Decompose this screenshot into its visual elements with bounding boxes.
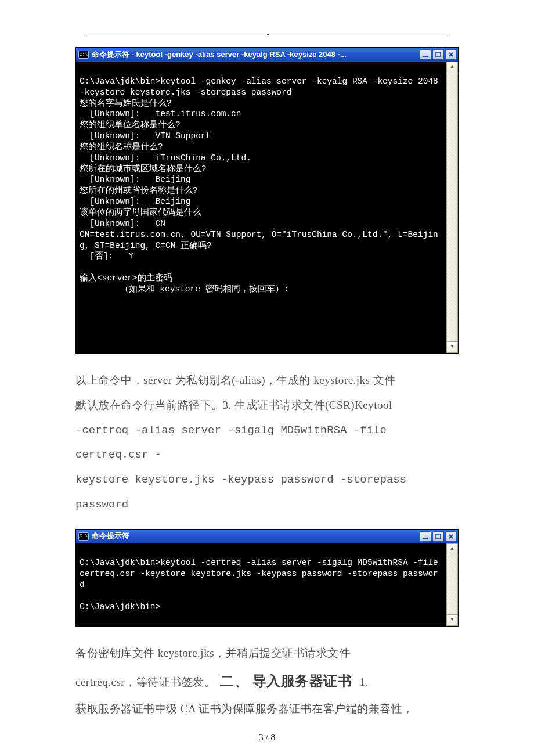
terminal-output-2: C:\Java\jdk\bin>keytool -certreq -alias … <box>76 543 446 626</box>
scrollbar[interactable]: ▲ ▼ <box>446 62 458 353</box>
svg-rect-0 <box>423 56 428 57</box>
scroll-down-icon[interactable]: ▼ <box>446 341 458 353</box>
scroll-up-icon[interactable]: ▲ <box>446 543 458 555</box>
scroll-track[interactable] <box>446 73 458 341</box>
p2-line2: certreq.csr，等待证书签发。二、 导入服务器证书 1. <box>75 665 459 697</box>
terminal-window-2: C:\ 命令提示符 C:\Java\jdk\bin>keytool -certr… <box>75 529 459 627</box>
paragraph-1: 以上命令中，server 为私钥别名(-alias)，生成的 keystore.… <box>75 368 459 517</box>
p2-l2a: certreq.csr，等待证书签发。 <box>75 676 215 688</box>
maximize-button[interactable] <box>432 49 444 60</box>
p1-line1: 以上命令中，server 为私钥别名(-alias)，生成的 keystore.… <box>75 368 459 393</box>
p1-line3: -certreq -alias server -sigalg MD5withRS… <box>75 418 459 468</box>
document-page: C:\ 命令提示符 - keytool -genkey -alias serve… <box>0 0 534 756</box>
p2-line3: 获取服务器证书中级 CA 证书为保障服务器证书在客户端的兼容性， <box>75 697 459 722</box>
p2-line1: 备份密钥库文件 keystore.jks，并稍后提交证书请求文件 <box>75 641 459 666</box>
p1-line2: 默认放在命令行当前路径下。3. 生成证书请求文件(CSR)Keytool <box>75 393 459 418</box>
minimize-button[interactable] <box>420 49 431 60</box>
scrollbar[interactable]: ▲ ▼ <box>446 543 458 626</box>
svg-rect-1 <box>436 52 441 57</box>
cmd-icon: C:\ <box>78 51 89 59</box>
window-title: 命令提示符 <box>92 531 420 541</box>
svg-rect-2 <box>423 538 428 539</box>
cmd-icon: C:\ <box>78 532 89 541</box>
close-button[interactable] <box>445 531 457 542</box>
p1-line4: keystore keystore.jks -keypass password … <box>75 467 459 517</box>
p2-l2b: 1. <box>356 676 369 688</box>
scroll-down-icon[interactable]: ▼ <box>446 614 458 626</box>
scroll-track[interactable] <box>446 555 458 614</box>
terminal-output-1: C:\Java\jdk\bin>keytool -genkey -alias s… <box>76 62 446 353</box>
window-controls <box>420 49 457 60</box>
window-title: 命令提示符 - keytool -genkey -alias server -k… <box>92 50 420 60</box>
titlebar-2[interactable]: C:\ 命令提示符 <box>76 530 458 543</box>
header-rule <box>75 35 459 35</box>
svg-rect-3 <box>436 534 441 539</box>
minimize-button[interactable] <box>420 531 431 542</box>
titlebar-1[interactable]: C:\ 命令提示符 - keytool -genkey -alias serve… <box>76 48 458 62</box>
section-heading: 二、 导入服务器证书 <box>215 674 356 689</box>
scroll-up-icon[interactable]: ▲ <box>446 62 458 73</box>
page-number: 3 / 8 <box>75 732 459 743</box>
paragraph-2: 备份密钥库文件 keystore.jks，并稍后提交证书请求文件 certreq… <box>75 641 459 722</box>
terminal-window-1: C:\ 命令提示符 - keytool -genkey -alias serve… <box>75 47 459 354</box>
close-button[interactable] <box>445 49 457 60</box>
window-controls <box>420 531 457 542</box>
maximize-button[interactable] <box>432 531 444 542</box>
